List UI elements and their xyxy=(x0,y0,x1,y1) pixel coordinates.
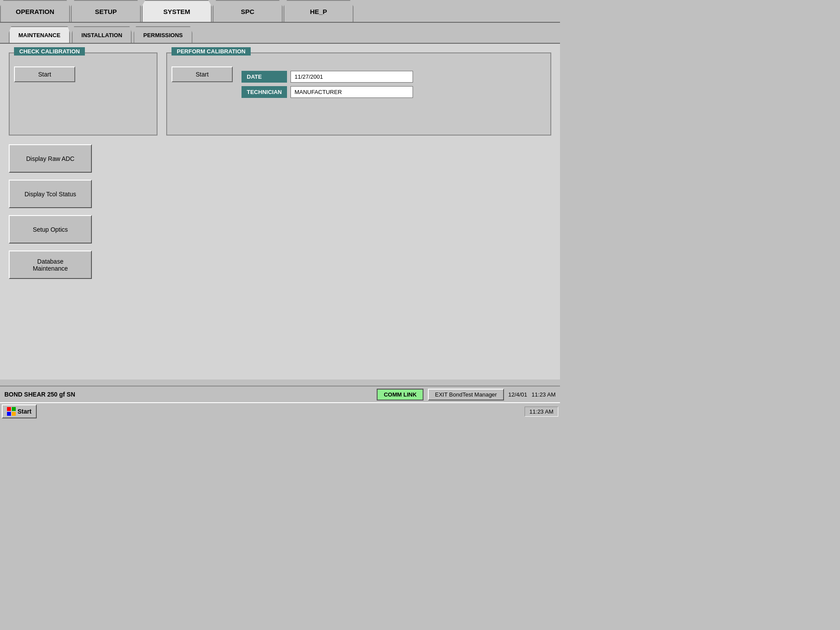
check-calibration-title: CHECK CALIBRATION xyxy=(14,47,85,56)
perform-calibration-title: PERFORM CALIBRATION xyxy=(172,47,251,56)
windows-icon xyxy=(7,407,16,416)
top-navigation: OPERATION SETUP SYSTEM SPC HE_P xyxy=(0,0,560,23)
subtab-maintenance[interactable]: MAINTENANCE xyxy=(9,26,70,43)
comm-link-button[interactable]: COMM LINK xyxy=(377,389,424,400)
setup-optics-button[interactable]: Setup Optics xyxy=(9,215,92,244)
database-maintenance-button[interactable]: DatabaseMaintenance xyxy=(9,251,92,279)
calibration-fields: DATE TECHNICIAN xyxy=(242,71,413,98)
svg-rect-3 xyxy=(12,412,16,416)
start-label: Start xyxy=(18,408,32,415)
tab-help[interactable]: HE_P xyxy=(284,0,354,22)
perform-calibration-panel: PERFORM CALIBRATION Start DATE TECHNICIA… xyxy=(166,52,551,136)
tab-setup[interactable]: SETUP xyxy=(71,0,141,22)
subtab-installation[interactable]: INSTALLATION xyxy=(72,26,132,43)
exit-button[interactable]: EXIT BondTest Manager xyxy=(428,389,504,400)
technician-input[interactable] xyxy=(290,86,413,98)
perform-calibration-start-button[interactable]: Start xyxy=(172,66,233,82)
taskbar-time: 11:23 AM xyxy=(525,407,558,417)
svg-rect-0 xyxy=(7,407,11,411)
svg-rect-1 xyxy=(12,407,16,411)
main-content: CHECK CALIBRATION Start PERFORM CALIBRAT… xyxy=(0,44,560,379)
display-tcol-status-button[interactable]: Display Tcol Status xyxy=(9,180,92,208)
tab-system[interactable]: SYSTEM xyxy=(142,0,212,22)
check-calibration-start-button[interactable]: Start xyxy=(14,66,75,82)
technician-label: TECHNICIAN xyxy=(242,86,287,98)
display-raw-adc-button[interactable]: Display Raw ADC xyxy=(9,144,92,173)
status-text: BOND SHEAR 250 gf SN xyxy=(4,391,372,398)
subtab-permissions[interactable]: PERMISSIONS xyxy=(133,26,192,43)
tab-spc[interactable]: SPC xyxy=(213,0,283,22)
status-bar: BOND SHEAR 250 gf SN COMM LINK EXIT Bond… xyxy=(0,386,560,402)
action-buttons: Display Raw ADC Display Tcol Status Setu… xyxy=(9,144,551,279)
status-date: 12/4/01 xyxy=(508,391,527,398)
check-calibration-panel: CHECK CALIBRATION Start xyxy=(9,52,158,136)
status-time: 11:23 AM xyxy=(532,391,556,398)
start-button[interactable]: Start xyxy=(2,404,37,418)
date-input[interactable] xyxy=(290,71,413,83)
svg-rect-2 xyxy=(7,412,11,416)
date-label: DATE xyxy=(242,71,287,83)
perform-calibration-inner: Start DATE TECHNICIAN xyxy=(172,58,546,98)
taskbar: Start 11:23 AM xyxy=(0,402,560,420)
tab-operation[interactable]: OPERATION xyxy=(0,0,70,22)
check-calibration-inner: Start xyxy=(14,58,152,82)
sub-navigation: MAINTENANCE INSTALLATION PERMISSIONS xyxy=(0,23,560,44)
calibration-row: CHECK CALIBRATION Start PERFORM CALIBRAT… xyxy=(9,52,551,136)
